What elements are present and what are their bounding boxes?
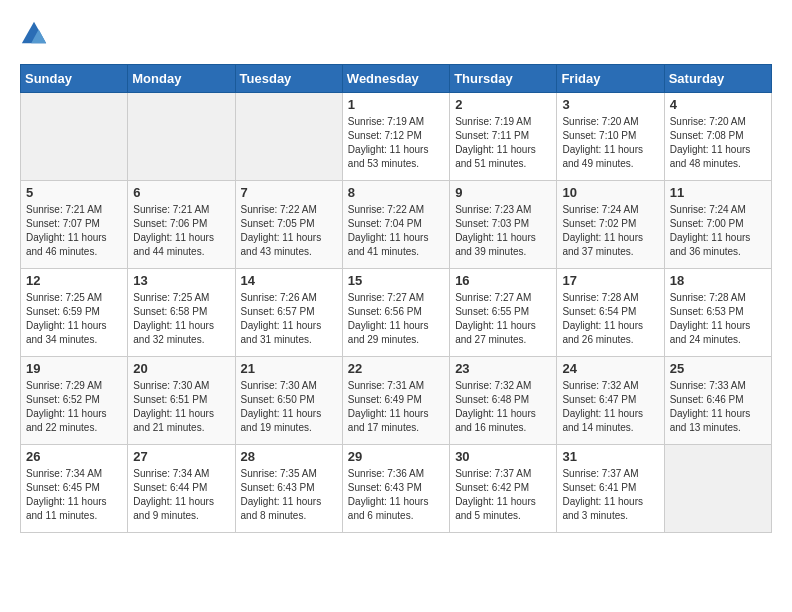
cell-info: Sunrise: 7:34 AMSunset: 6:45 PMDaylight:… (26, 467, 122, 523)
calendar-cell: 10Sunrise: 7:24 AMSunset: 7:02 PMDayligh… (557, 181, 664, 269)
cell-info: Sunrise: 7:27 AMSunset: 6:56 PMDaylight:… (348, 291, 444, 347)
calendar-cell: 26Sunrise: 7:34 AMSunset: 6:45 PMDayligh… (21, 445, 128, 533)
calendar-cell: 1Sunrise: 7:19 AMSunset: 7:12 PMDaylight… (342, 93, 449, 181)
day-number: 6 (133, 185, 229, 200)
day-header-saturday: Saturday (664, 65, 771, 93)
calendar-table: SundayMondayTuesdayWednesdayThursdayFrid… (20, 64, 772, 533)
day-number: 23 (455, 361, 551, 376)
cell-info: Sunrise: 7:32 AMSunset: 6:47 PMDaylight:… (562, 379, 658, 435)
calendar-cell: 16Sunrise: 7:27 AMSunset: 6:55 PMDayligh… (450, 269, 557, 357)
calendar-cell: 3Sunrise: 7:20 AMSunset: 7:10 PMDaylight… (557, 93, 664, 181)
cell-info: Sunrise: 7:34 AMSunset: 6:44 PMDaylight:… (133, 467, 229, 523)
calendar-cell: 12Sunrise: 7:25 AMSunset: 6:59 PMDayligh… (21, 269, 128, 357)
calendar-cell: 25Sunrise: 7:33 AMSunset: 6:46 PMDayligh… (664, 357, 771, 445)
cell-info: Sunrise: 7:25 AMSunset: 6:58 PMDaylight:… (133, 291, 229, 347)
cell-info: Sunrise: 7:30 AMSunset: 6:51 PMDaylight:… (133, 379, 229, 435)
day-number: 3 (562, 97, 658, 112)
logo (20, 20, 52, 48)
calendar-cell: 14Sunrise: 7:26 AMSunset: 6:57 PMDayligh… (235, 269, 342, 357)
page-header (20, 20, 772, 48)
calendar-cell: 31Sunrise: 7:37 AMSunset: 6:41 PMDayligh… (557, 445, 664, 533)
week-row-1: 1Sunrise: 7:19 AMSunset: 7:12 PMDaylight… (21, 93, 772, 181)
calendar-cell: 9Sunrise: 7:23 AMSunset: 7:03 PMDaylight… (450, 181, 557, 269)
week-row-5: 26Sunrise: 7:34 AMSunset: 6:45 PMDayligh… (21, 445, 772, 533)
calendar-cell: 17Sunrise: 7:28 AMSunset: 6:54 PMDayligh… (557, 269, 664, 357)
logo-icon (20, 20, 48, 48)
cell-info: Sunrise: 7:33 AMSunset: 6:46 PMDaylight:… (670, 379, 766, 435)
day-number: 25 (670, 361, 766, 376)
calendar-cell: 24Sunrise: 7:32 AMSunset: 6:47 PMDayligh… (557, 357, 664, 445)
day-header-sunday: Sunday (21, 65, 128, 93)
cell-info: Sunrise: 7:22 AMSunset: 7:04 PMDaylight:… (348, 203, 444, 259)
cell-info: Sunrise: 7:26 AMSunset: 6:57 PMDaylight:… (241, 291, 337, 347)
calendar-cell: 15Sunrise: 7:27 AMSunset: 6:56 PMDayligh… (342, 269, 449, 357)
week-row-3: 12Sunrise: 7:25 AMSunset: 6:59 PMDayligh… (21, 269, 772, 357)
cell-info: Sunrise: 7:32 AMSunset: 6:48 PMDaylight:… (455, 379, 551, 435)
day-number: 29 (348, 449, 444, 464)
cell-info: Sunrise: 7:31 AMSunset: 6:49 PMDaylight:… (348, 379, 444, 435)
day-number: 27 (133, 449, 229, 464)
calendar-cell: 20Sunrise: 7:30 AMSunset: 6:51 PMDayligh… (128, 357, 235, 445)
day-number: 22 (348, 361, 444, 376)
calendar-cell (21, 93, 128, 181)
day-number: 30 (455, 449, 551, 464)
day-number: 4 (670, 97, 766, 112)
calendar-cell: 27Sunrise: 7:34 AMSunset: 6:44 PMDayligh… (128, 445, 235, 533)
cell-info: Sunrise: 7:36 AMSunset: 6:43 PMDaylight:… (348, 467, 444, 523)
day-number: 9 (455, 185, 551, 200)
calendar-cell: 22Sunrise: 7:31 AMSunset: 6:49 PMDayligh… (342, 357, 449, 445)
day-number: 16 (455, 273, 551, 288)
day-header-thursday: Thursday (450, 65, 557, 93)
day-number: 20 (133, 361, 229, 376)
cell-info: Sunrise: 7:37 AMSunset: 6:41 PMDaylight:… (562, 467, 658, 523)
cell-info: Sunrise: 7:35 AMSunset: 6:43 PMDaylight:… (241, 467, 337, 523)
day-number: 13 (133, 273, 229, 288)
day-number: 26 (26, 449, 122, 464)
day-header-friday: Friday (557, 65, 664, 93)
day-number: 17 (562, 273, 658, 288)
cell-info: Sunrise: 7:30 AMSunset: 6:50 PMDaylight:… (241, 379, 337, 435)
day-number: 1 (348, 97, 444, 112)
calendar-cell: 23Sunrise: 7:32 AMSunset: 6:48 PMDayligh… (450, 357, 557, 445)
day-number: 15 (348, 273, 444, 288)
day-number: 12 (26, 273, 122, 288)
day-number: 10 (562, 185, 658, 200)
day-header-tuesday: Tuesday (235, 65, 342, 93)
cell-info: Sunrise: 7:24 AMSunset: 7:00 PMDaylight:… (670, 203, 766, 259)
day-number: 31 (562, 449, 658, 464)
cell-info: Sunrise: 7:27 AMSunset: 6:55 PMDaylight:… (455, 291, 551, 347)
calendar-cell: 30Sunrise: 7:37 AMSunset: 6:42 PMDayligh… (450, 445, 557, 533)
cell-info: Sunrise: 7:37 AMSunset: 6:42 PMDaylight:… (455, 467, 551, 523)
calendar-cell: 11Sunrise: 7:24 AMSunset: 7:00 PMDayligh… (664, 181, 771, 269)
cell-info: Sunrise: 7:21 AMSunset: 7:07 PMDaylight:… (26, 203, 122, 259)
cell-info: Sunrise: 7:22 AMSunset: 7:05 PMDaylight:… (241, 203, 337, 259)
day-number: 14 (241, 273, 337, 288)
day-number: 18 (670, 273, 766, 288)
day-number: 7 (241, 185, 337, 200)
calendar-cell: 2Sunrise: 7:19 AMSunset: 7:11 PMDaylight… (450, 93, 557, 181)
week-row-4: 19Sunrise: 7:29 AMSunset: 6:52 PMDayligh… (21, 357, 772, 445)
day-number: 2 (455, 97, 551, 112)
cell-info: Sunrise: 7:28 AMSunset: 6:54 PMDaylight:… (562, 291, 658, 347)
day-header-wednesday: Wednesday (342, 65, 449, 93)
week-row-2: 5Sunrise: 7:21 AMSunset: 7:07 PMDaylight… (21, 181, 772, 269)
calendar-cell (235, 93, 342, 181)
cell-info: Sunrise: 7:25 AMSunset: 6:59 PMDaylight:… (26, 291, 122, 347)
day-number: 5 (26, 185, 122, 200)
calendar-cell: 18Sunrise: 7:28 AMSunset: 6:53 PMDayligh… (664, 269, 771, 357)
calendar-cell: 13Sunrise: 7:25 AMSunset: 6:58 PMDayligh… (128, 269, 235, 357)
calendar-cell: 6Sunrise: 7:21 AMSunset: 7:06 PMDaylight… (128, 181, 235, 269)
cell-info: Sunrise: 7:29 AMSunset: 6:52 PMDaylight:… (26, 379, 122, 435)
cell-info: Sunrise: 7:23 AMSunset: 7:03 PMDaylight:… (455, 203, 551, 259)
day-number: 24 (562, 361, 658, 376)
cell-info: Sunrise: 7:20 AMSunset: 7:10 PMDaylight:… (562, 115, 658, 171)
calendar-cell: 7Sunrise: 7:22 AMSunset: 7:05 PMDaylight… (235, 181, 342, 269)
day-number: 28 (241, 449, 337, 464)
calendar-cell (128, 93, 235, 181)
day-header-monday: Monday (128, 65, 235, 93)
day-number: 19 (26, 361, 122, 376)
day-number: 21 (241, 361, 337, 376)
cell-info: Sunrise: 7:19 AMSunset: 7:12 PMDaylight:… (348, 115, 444, 171)
calendar-cell: 21Sunrise: 7:30 AMSunset: 6:50 PMDayligh… (235, 357, 342, 445)
day-number: 8 (348, 185, 444, 200)
